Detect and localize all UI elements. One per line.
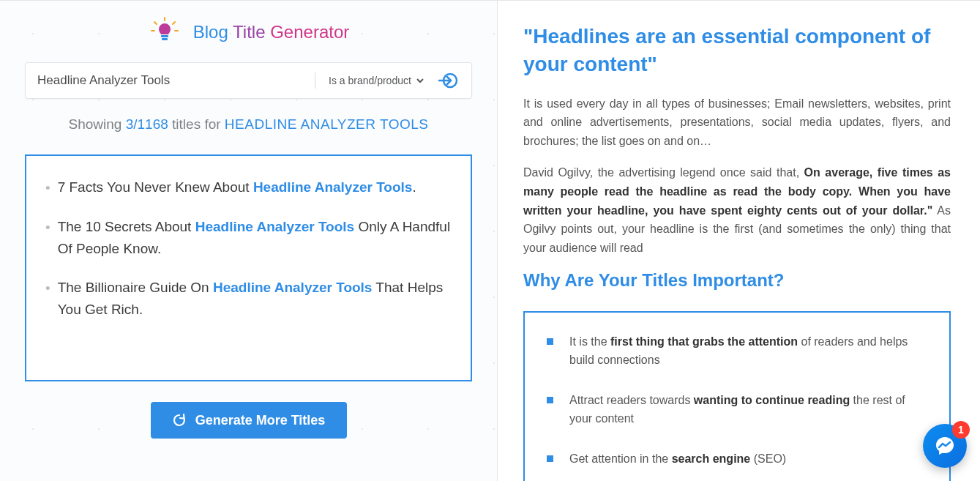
result-text: 7 Facts You Never Knew About Headline An… <box>58 176 416 198</box>
divider <box>315 72 315 89</box>
showing-prefix: Showing <box>68 116 125 132</box>
square-bullet-icon <box>547 455 553 462</box>
paragraph: It is used every day in all types of bus… <box>523 94 951 151</box>
result-text: The 10 Secrets About Headline Analyzer T… <box>58 216 452 259</box>
svg-line-4 <box>173 22 175 24</box>
result-text: The Billionaire Guide On Headline Analyz… <box>58 277 452 320</box>
result-item: • 7 Facts You Never Knew About Headline … <box>45 176 452 198</box>
submit-icon[interactable] <box>433 70 463 91</box>
app-title: Blog Title Generator <box>193 22 349 42</box>
title-word-blog: Blog <box>193 22 228 42</box>
list-item: Attract readers towards wanting to conti… <box>547 392 927 428</box>
keyword-form: Is a brand/product <box>25 62 472 99</box>
svg-rect-0 <box>161 35 168 37</box>
notification-badge: 1 <box>952 421 970 439</box>
paragraph: David Ogilvy, the advertising legend onc… <box>523 163 951 257</box>
lightbulb-icon <box>148 15 182 49</box>
bullet-icon: • <box>45 217 51 259</box>
generate-button-label: Generate More Titles <box>195 413 326 428</box>
results-box: • 7 Facts You Never Knew About Headline … <box>25 154 472 381</box>
showing-term: HEADLINE ANALYZER TOOLS <box>225 116 429 132</box>
result-highlight: Headline Analyzer Tools <box>213 280 373 295</box>
app-header: Blog Title Generator <box>25 15 472 49</box>
generate-more-button[interactable]: Generate More Titles <box>151 402 347 439</box>
list-item: It is the first thing that grabs the att… <box>547 333 927 370</box>
messenger-button[interactable]: 1 <box>923 424 967 468</box>
title-word-title: Title <box>233 22 265 42</box>
quote-heading: "Headlines are an essential component of… <box>523 23 951 78</box>
showing-count: 3/1168 <box>126 116 168 132</box>
section-heading: Why Are Your Titles Important? <box>523 270 951 291</box>
bullet-icon: • <box>45 277 51 320</box>
showing-mid: titles for <box>168 116 225 132</box>
generator-panel: Blog Title Generator Is a brand/product … <box>0 1 498 481</box>
bullet-icon: • <box>45 177 51 198</box>
svg-rect-1 <box>162 38 168 40</box>
info-box: It is the first thing that grabs the att… <box>523 311 951 481</box>
result-item: • The Billionaire Guide On Headline Anal… <box>45 277 452 320</box>
title-word-generator: Generator <box>270 22 349 42</box>
list-item: Get attention in the search engine (SEO) <box>547 450 927 469</box>
messenger-icon <box>933 434 957 458</box>
article-panel: "Headlines are an essential component of… <box>498 1 980 481</box>
refresh-icon <box>172 413 187 428</box>
svg-line-3 <box>154 22 157 24</box>
type-select[interactable]: Is a brand/product <box>326 74 426 87</box>
showing-summary: Showing 3/1168 titles for HEADLINE ANALY… <box>25 116 472 133</box>
result-item: • The 10 Secrets About Headline Analyzer… <box>45 216 452 259</box>
square-bullet-icon <box>547 338 553 345</box>
result-highlight: Headline Analyzer Tools <box>253 179 413 195</box>
result-highlight: Headline Analyzer Tools <box>195 219 355 234</box>
square-bullet-icon <box>547 397 553 403</box>
keyword-input[interactable] <box>34 73 310 88</box>
